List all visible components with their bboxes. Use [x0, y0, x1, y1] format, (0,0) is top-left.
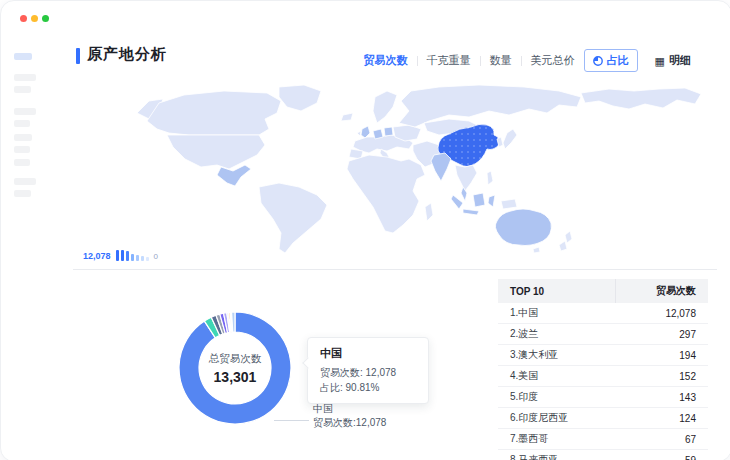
country-cell: 8.马来西亚: [498, 450, 616, 460]
legend-bar: [136, 255, 139, 261]
map-region-java[interactable]: [463, 209, 479, 215]
sidebar-item[interactable]: [14, 159, 30, 166]
legend-min-value: 0: [154, 252, 158, 261]
sidebar-item[interactable]: [14, 146, 30, 153]
sidebar-item[interactable]: [14, 108, 36, 115]
section-divider: [73, 269, 717, 270]
legend-bar: [121, 250, 124, 261]
world-map[interactable]: [129, 83, 709, 255]
tab-separator: [417, 56, 418, 66]
chart-tooltip: 中国 贸易次数: 12,078 占比: 90.81%: [307, 337, 429, 404]
map-region-siberia-east: [581, 88, 701, 109]
value-cell: 12,078: [616, 303, 708, 324]
minimize-button[interactable]: [31, 15, 38, 22]
value-cell: 194: [616, 345, 708, 366]
page-title: 原产地分析: [87, 45, 167, 64]
table-row: 5.印度143: [498, 387, 708, 408]
sidebar-item[interactable]: [14, 86, 31, 93]
table-row: 6.印度尼西亚124: [498, 408, 708, 429]
map-country-australia[interactable]: [495, 209, 551, 246]
sidebar-item[interactable]: [14, 74, 36, 81]
map-region-japan: [503, 129, 517, 149]
close-button[interactable]: [20, 15, 27, 22]
metric-toolbar: 贸易次数 千克重量 数量 美元总价 占比 ▦ 明细: [364, 49, 699, 72]
table-row: 8.马来西亚59: [498, 450, 708, 460]
map-region-greenland: [279, 85, 321, 111]
country-cell: 1.中国: [498, 303, 616, 324]
table-row: 4.美国152: [498, 366, 708, 387]
map-region-indochina: [455, 165, 477, 191]
map-region-russia: [399, 85, 581, 127]
tab-kg-weight[interactable]: 千克重量: [427, 53, 471, 68]
tab-usd-total[interactable]: 美元总价: [531, 53, 575, 68]
sidebar-item[interactable]: [14, 134, 32, 141]
map-region-canada: [147, 91, 281, 135]
map-country-india[interactable]: [431, 153, 451, 181]
map-region-philippines: [487, 171, 493, 185]
legend-bar: [146, 257, 149, 261]
donut-slice-其他[interactable]: [232, 312, 235, 332]
sidebar-item[interactable]: [14, 178, 36, 185]
map-scale-legend: 12,078 0: [83, 246, 158, 261]
map-region-ireland: [357, 131, 361, 136]
country-cell: 7.墨西哥: [498, 429, 616, 450]
top10-table: TOP 10 贸易次数 1.中国12,0782.波兰2973.澳大利亚1944.…: [498, 279, 708, 460]
map-region-south-america: [259, 183, 327, 253]
pie-icon: [593, 56, 603, 66]
legend-bars: [116, 250, 149, 261]
table-row: 2.波兰297: [498, 324, 708, 345]
value-cell: 124: [616, 408, 708, 429]
country-cell: 5.印度: [498, 387, 616, 408]
map-region-sumatra[interactable]: [451, 195, 463, 209]
maximize-button[interactable]: [42, 15, 49, 22]
country-cell: 6.印度尼西亚: [498, 408, 616, 429]
sidebar-item[interactable]: [14, 120, 30, 127]
map-country-mexico[interactable]: [217, 165, 251, 186]
country-cell: 2.波兰: [498, 324, 616, 345]
country-cell: 4.美国: [498, 366, 616, 387]
legend-bar: [126, 251, 129, 261]
value-cell: 67: [616, 429, 708, 450]
ratio-toggle-button[interactable]: 占比: [584, 49, 638, 72]
map-region-usa: [167, 135, 265, 169]
sidebar-item-active[interactable]: [14, 53, 32, 60]
map-region-scandinavia: [373, 91, 397, 123]
map-country-germany[interactable]: [373, 129, 383, 139]
table-row: 7.墨西哥67: [498, 429, 708, 450]
map-country-poland[interactable]: [384, 127, 393, 136]
value-cell: 152: [616, 366, 708, 387]
value-cell: 297: [616, 324, 708, 345]
table-row: 3.澳大利亚194: [498, 345, 708, 366]
table-row: 1.中国12,078: [498, 303, 708, 324]
map-region-tasmania: [533, 247, 540, 253]
title-accent-bar: [76, 48, 80, 64]
tab-separator: [521, 56, 522, 66]
country-cell: 3.澳大利亚: [498, 345, 616, 366]
map-region-madagascar: [425, 203, 433, 221]
map-region-sulawesi[interactable]: [488, 195, 495, 207]
value-cell: 143: [616, 387, 708, 408]
detail-grid-icon: ▦: [655, 56, 665, 66]
sidebar-item[interactable]: [14, 190, 31, 197]
value-cell: 59: [616, 450, 708, 460]
map-region-borneo[interactable]: [473, 193, 485, 207]
table-header-rank: TOP 10: [498, 279, 616, 303]
map-region-new-zealand: [559, 231, 572, 251]
table-header-metric: 贸易次数: [616, 279, 708, 303]
app-window: 原产地分析 贸易次数 千克重量 数量 美元总价 占比 ▦ 明细: [0, 0, 730, 460]
map-country-uk[interactable]: [361, 126, 370, 138]
legend-max-value: 12,078: [83, 251, 111, 261]
map-region-africa: [347, 155, 425, 233]
tab-trade-count[interactable]: 贸易次数: [364, 53, 408, 68]
donut-callout-label: 中国 贸易次数:12,078: [313, 402, 386, 430]
map-region-new-guinea: [501, 199, 517, 209]
tab-separator: [480, 56, 481, 66]
map-region-iceland: [341, 113, 353, 121]
legend-bar: [131, 254, 134, 261]
tab-quantity[interactable]: 数量: [490, 53, 512, 68]
detail-toggle-button[interactable]: ▦ 明细: [647, 50, 699, 71]
legend-bar: [116, 250, 119, 261]
legend-bar: [141, 256, 144, 261]
donut-callout-line: [274, 420, 309, 421]
